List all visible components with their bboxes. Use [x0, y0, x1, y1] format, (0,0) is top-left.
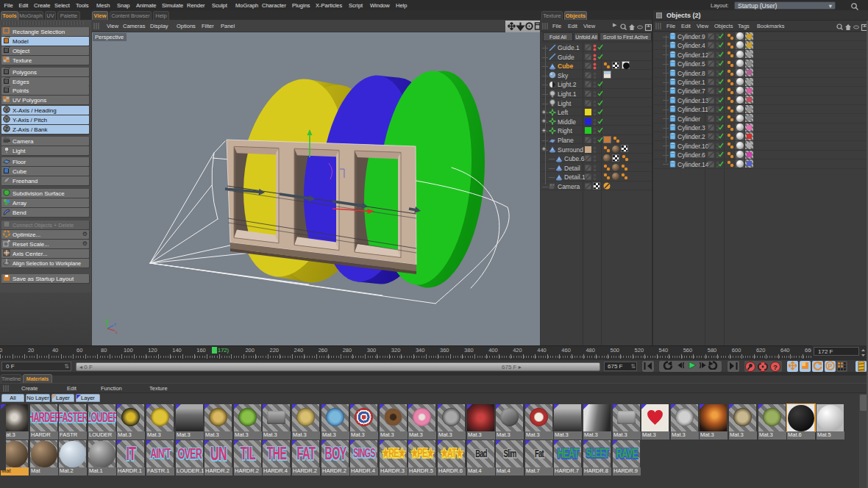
- svg-text:X: X: [5, 107, 9, 112]
- svg-text:Y: Y: [5, 117, 9, 122]
- svg-text:Z: Z: [5, 126, 9, 132]
- svg-text:P: P: [828, 362, 833, 370]
- svg-text:Y: Y: [104, 319, 107, 323]
- svg-text:?: ?: [773, 362, 778, 370]
- svg-text:z: z: [114, 322, 116, 326]
- svg-text:x: x: [115, 330, 118, 334]
